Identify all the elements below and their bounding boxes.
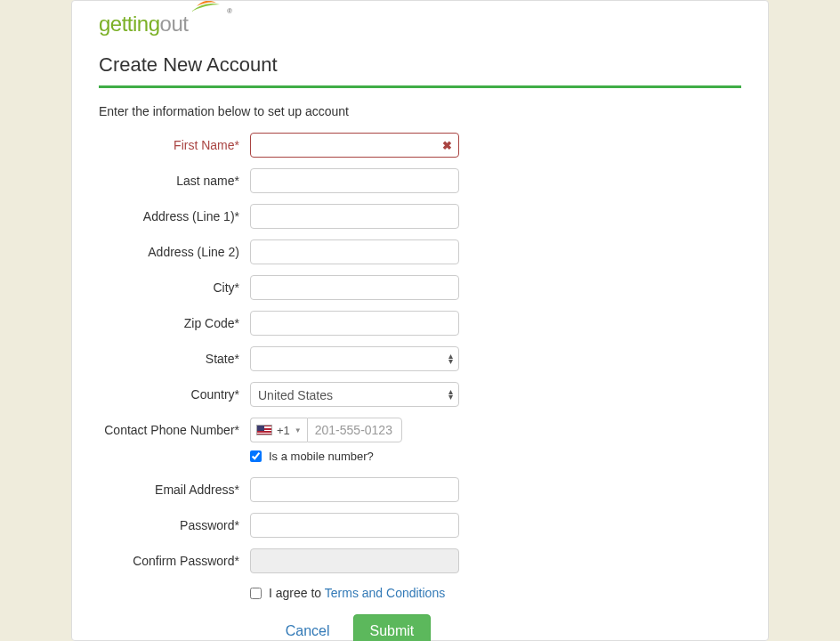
city-input[interactable] (250, 275, 459, 300)
label-country: Country* (99, 387, 250, 402)
label-email: Email Address* (99, 483, 250, 497)
logo-text-getting: getting (99, 12, 160, 36)
actions-row: Cancel Submit (250, 614, 741, 641)
actions-wrap: Cancel Submit (250, 614, 459, 641)
logo-swoosh-icon (191, 4, 220, 12)
instruction-text: Enter the information below to set up ac… (99, 104, 741, 118)
row-last-name: Last name* (99, 168, 741, 193)
first-name-wrap: ✖ (250, 133, 459, 158)
row-city: City* (99, 275, 741, 300)
cancel-button[interactable]: Cancel (279, 614, 337, 641)
label-password: Password* (99, 518, 250, 532)
email-input[interactable] (250, 477, 459, 502)
password-input[interactable] (250, 513, 459, 538)
row-first-name: First Name* ✖ (99, 133, 741, 158)
brand-logo: gettingout ® (99, 1, 741, 41)
country-select[interactable]: United States (250, 382, 459, 407)
row-phone: Contact Phone Number* +1 ▼ (99, 418, 741, 442)
logo-text-out: out (160, 12, 190, 36)
label-address1: Address (Line 1)* (99, 209, 250, 223)
country-select-wrap: United States ▴▾ (250, 382, 459, 407)
brand-logo-svg: gettingout ® (99, 1, 250, 41)
last-name-input[interactable] (250, 168, 459, 193)
zip-input[interactable] (250, 311, 459, 336)
row-address1: Address (Line 1)* (99, 204, 741, 229)
row-confirm-password: Confirm Password* (99, 548, 741, 573)
terms-text: I agree to Terms and Conditions (269, 586, 445, 600)
label-confirm-password: Confirm Password* (99, 554, 250, 568)
row-mobile-check: Is a mobile number? (250, 450, 741, 463)
confirm-password-input[interactable] (250, 548, 459, 573)
phone-prefix-code: +1 (277, 424, 290, 437)
phone-input[interactable] (307, 418, 402, 442)
account-card: gettingout ® Create New Account Enter th… (71, 0, 769, 641)
state-select-wrap: ▴▾ (250, 346, 459, 371)
row-address2: Address (Line 2) (99, 239, 741, 264)
terms-link[interactable]: Terms and Conditions (325, 586, 445, 600)
row-email: Email Address* (99, 477, 741, 502)
terms-checkbox[interactable] (250, 588, 262, 599)
mobile-checkbox-label: Is a mobile number? (269, 450, 374, 463)
address1-input[interactable] (250, 204, 459, 229)
row-country: Country* United States ▴▾ (99, 382, 741, 407)
submit-button[interactable]: Submit (353, 614, 432, 641)
row-terms: I agree to Terms and Conditions (250, 586, 741, 600)
page-title: Create New Account (99, 53, 741, 88)
label-last-name: Last name* (99, 174, 250, 188)
terms-prefix: I agree to (269, 586, 325, 600)
label-phone: Contact Phone Number* (99, 423, 250, 437)
state-select[interactable] (250, 346, 459, 371)
label-zip: Zip Code* (99, 316, 250, 330)
registered-mark: ® (227, 7, 232, 15)
label-address2: Address (Line 2) (99, 245, 250, 259)
row-password: Password* (99, 513, 741, 538)
label-city: City* (99, 280, 250, 295)
label-first-name: First Name* (99, 138, 250, 152)
us-flag-icon (256, 425, 272, 435)
row-state: State* ▴▾ (99, 346, 741, 371)
label-state: State* (99, 352, 250, 366)
mobile-checkbox[interactable] (250, 450, 262, 462)
address2-input[interactable] (250, 239, 459, 264)
phone-country-selector[interactable]: +1 ▼ (250, 418, 307, 442)
row-zip: Zip Code* (99, 311, 741, 336)
first-name-input[interactable] (250, 133, 459, 158)
svg-text:gettingout: gettingout (99, 12, 189, 36)
chevron-down-icon: ▼ (295, 426, 302, 434)
phone-group: +1 ▼ (250, 418, 402, 442)
